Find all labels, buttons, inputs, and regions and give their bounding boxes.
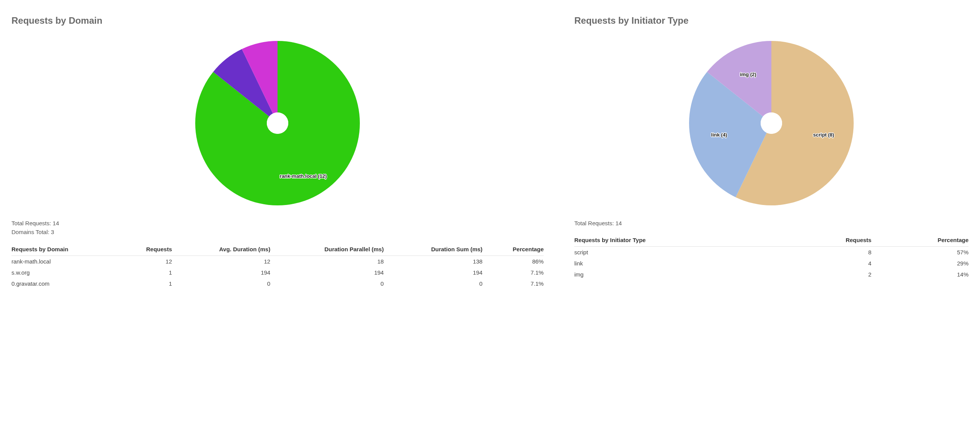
table-row: script857% (574, 247, 969, 258)
panel-requests-by-initiator: Requests by Initiator Type script (8)lin… (574, 15, 969, 289)
pie-slice-label: script (8) (813, 132, 834, 138)
table-cell: script (574, 247, 789, 258)
table-row: rank-math.local12121813886% (11, 255, 544, 267)
pie-chart-initiator: script (8)link (4)img (2) (683, 35, 859, 211)
table-cell: 18 (270, 255, 384, 267)
dashboard-container: Requests by Domain rank-math.local (12) … (11, 15, 969, 289)
summary-label: Domains Total: (11, 229, 51, 235)
summary-domain: Total Requests: 14 Domains Total: 3 (11, 219, 544, 237)
table-cell: 8 (789, 247, 872, 258)
table-domain: Requests by Domain Requests Avg. Duratio… (11, 243, 544, 289)
th-percentage: Percentage (871, 234, 969, 247)
table-cell: rank-math.local (11, 255, 120, 267)
table-header-row: Requests by Initiator Type Requests Perc… (574, 234, 969, 247)
summary-label: Total Requests: (11, 220, 53, 226)
table-cell: 194 (384, 267, 482, 278)
table-cell: 194 (172, 267, 270, 278)
summary-initiator: Total Requests: 14 (574, 219, 969, 228)
table-cell: 0.gravatar.com (11, 278, 120, 289)
table-cell: 0 (172, 278, 270, 289)
chart-domain-wrap: rank-math.local (12) (11, 35, 544, 211)
donut-hole (267, 112, 288, 134)
table-row: s.w.org11941941947.1% (11, 267, 544, 278)
table-header-row: Requests by Domain Requests Avg. Duratio… (11, 243, 544, 256)
table-cell: 29% (871, 258, 969, 269)
th-duration-parallel: Duration Parallel (ms) (270, 243, 384, 256)
donut-hole (761, 112, 782, 134)
summary-domains-total: Domains Total: 3 (11, 228, 544, 236)
pie-slice-label: rank-math.local (12) (280, 173, 327, 179)
pie-slice-label: link (4) (711, 132, 727, 138)
summary-label: Total Requests: (574, 220, 616, 226)
table-cell: 1 (120, 278, 172, 289)
pie-chart-domain: rank-math.local (12) (189, 35, 366, 211)
table-cell: 12 (120, 255, 172, 267)
th-initiator-type: Requests by Initiator Type (574, 234, 789, 247)
th-duration-sum: Duration Sum (ms) (384, 243, 482, 256)
table-initiator: Requests by Initiator Type Requests Perc… (574, 234, 969, 280)
summary-value: 14 (616, 220, 622, 226)
table-row: 0.gravatar.com10007.1% (11, 278, 544, 289)
section-title-initiator: Requests by Initiator Type (574, 15, 969, 26)
table-cell: 7.1% (482, 278, 544, 289)
table-cell: 7.1% (482, 267, 544, 278)
section-title-domain: Requests by Domain (11, 15, 544, 26)
th-avg-duration: Avg. Duration (ms) (172, 243, 270, 256)
table-cell: 138 (384, 255, 482, 267)
table-cell: 0 (270, 278, 384, 289)
th-domain: Requests by Domain (11, 243, 120, 256)
summary-total-requests: Total Requests: 14 (574, 219, 969, 228)
table-cell: 12 (172, 255, 270, 267)
table-cell: 86% (482, 255, 544, 267)
chart-initiator-wrap: script (8)link (4)img (2) (574, 35, 969, 211)
summary-value: 3 (51, 229, 54, 235)
pie-slice-label: img (2) (740, 72, 756, 77)
table-cell: 2 (789, 269, 872, 280)
table-cell: 0 (384, 278, 482, 289)
table-cell: s.w.org (11, 267, 120, 278)
th-requests: Requests (789, 234, 872, 247)
table-cell: 1 (120, 267, 172, 278)
table-cell: img (574, 269, 789, 280)
table-row: link429% (574, 258, 969, 269)
table-row: img214% (574, 269, 969, 280)
panel-requests-by-domain: Requests by Domain rank-math.local (12) … (11, 15, 544, 289)
table-cell: 57% (871, 247, 969, 258)
table-cell: link (574, 258, 789, 269)
table-cell: 194 (270, 267, 384, 278)
table-cell: 14% (871, 269, 969, 280)
th-requests: Requests (120, 243, 172, 256)
table-cell: 4 (789, 258, 872, 269)
th-percentage: Percentage (482, 243, 544, 256)
summary-total-requests: Total Requests: 14 (11, 219, 544, 228)
summary-value: 14 (53, 220, 59, 226)
